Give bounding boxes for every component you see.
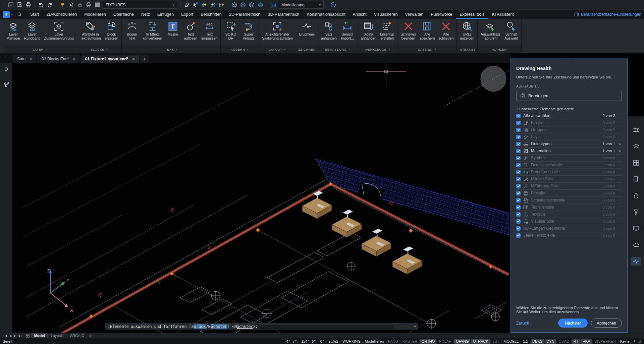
- filter-panel-icon[interactable]: [631, 208, 641, 216]
- purge-row-symbole[interactable]: Symbole0 von 0: [516, 155, 622, 162]
- isolate-objects-icon[interactable]: [200, 1, 208, 9]
- checkbox-checked-icon[interactable]: [516, 198, 521, 203]
- status-toggle-rt[interactable]: RT: [572, 339, 580, 344]
- materials-panel-icon[interactable]: [631, 191, 641, 200]
- view-shaded-icon[interactable]: [256, 1, 265, 9]
- new-tab-button[interactable]: +: [140, 55, 149, 63]
- ribbon-button-text-einpassen[interactable]: ABCText einpassen: [200, 20, 219, 46]
- sheets-panel-icon[interactable]: [631, 175, 641, 183]
- ribbon-group-label-ändern[interactable]: ÄNDERN∨: [221, 46, 259, 53]
- status-toggle-fang[interactable]: FANG: [386, 339, 400, 343]
- panel-drag-handle[interactable]: ·····: [516, 59, 622, 62]
- purge-row-leere-textobjekte[interactable]: Leere Textobjekte0 von 0: [516, 232, 622, 239]
- last-tab-icon[interactable]: ▶❘: [17, 334, 24, 337]
- menu-2d-konstruieren[interactable]: 2D-Konstruieren: [43, 10, 80, 19]
- checkbox-checked-icon[interactable]: [516, 184, 521, 188]
- layer-on-icon[interactable]: [58, 1, 67, 9]
- status-toggle-hka[interactable]: HKA: [581, 339, 592, 344]
- layout-tab-model[interactable]: Model: [31, 333, 48, 339]
- back-button[interactable]: Zurück: [516, 321, 529, 326]
- layer-dropdown[interactable]: FIXTURES ∨: [103, 1, 177, 9]
- checkbox-checked-icon[interactable]: [516, 163, 521, 167]
- ribbon-button-ansichtsfenster-skalierung-auflisten[interactable]: Ansichtsfenster Skalierung auflisten: [260, 20, 294, 46]
- checkbox-checked-icon[interactable]: [516, 149, 521, 153]
- checkbox-checked-icon[interactable]: [516, 212, 521, 217]
- document-tab-03-blocks-end[interactable]: 03 Blocks End*×: [37, 55, 79, 63]
- purge-row-visuelle-stile[interactable]: Visuelle Stile0 von 0: [516, 218, 622, 225]
- ui-settings-button[interactable]: Benutzeroberfläche-Einstellungen: [574, 12, 641, 17]
- end-isolation-icon[interactable]: [217, 1, 226, 9]
- purge-row-gruppen[interactable]: Gruppen0 von 0: [516, 126, 622, 133]
- close-icon[interactable]: ×: [132, 57, 135, 61]
- menu-netz[interactable]: Netz: [138, 10, 154, 19]
- cloud-panel-icon[interactable]: [631, 240, 641, 249]
- purge-row-null-längen-geometrie[interactable]: Null-Längen Geometrie0 von 0: [516, 225, 622, 232]
- drawing-canvas[interactable]: 20201624 ZYX :Elemente auswählen und for…: [12, 63, 511, 333]
- plot-icon[interactable]: [24, 1, 33, 9]
- lock-icon[interactable]: [76, 1, 84, 9]
- menu-einfügen[interactable]: Einfügen: [154, 10, 177, 19]
- ribbon-button-linientyp-erstellen[interactable]: Linientyp erstellen: [378, 20, 396, 46]
- ribbon-button-block-ersetzen[interactable]: Block ersetzen: [103, 20, 120, 46]
- ribbon-button-satz-anhängen[interactable]: Satz anhängen: [319, 20, 338, 46]
- chevron-down-icon[interactable]: ∨: [11, 13, 13, 16]
- checkbox-checked-icon[interactable]: [516, 191, 521, 195]
- command-line[interactable]: :Elemente auswählen und fortfahren [Zurü…: [105, 323, 418, 330]
- ribbon-button-bemstil-import[interactable]: Bemstil Import...: [339, 20, 356, 46]
- status-toggle-dbks[interactable]: DBKS: [531, 339, 544, 344]
- checkbox-checked-icon[interactable]: [516, 177, 521, 181]
- menu-3d-parametrisch[interactable]: 3D-Parametrisch: [264, 10, 303, 19]
- status-toggle-uisperren[interactable]: UISPERREN: [593, 339, 618, 343]
- help-icon[interactable]: ?: [329, 1, 337, 9]
- menu-punktwolke[interactable]: Punktwolke: [427, 10, 456, 19]
- blocks-panel-icon[interactable]: [631, 158, 641, 167]
- document-tab-01-fixture-layout-end[interactable]: 01 Fixture Layout end*×: [81, 55, 139, 63]
- select-similar-icon[interactable]: [191, 1, 200, 9]
- ribbon-button-bruchlinie[interactable]: Bruchlinie: [298, 20, 316, 46]
- status-toggle-dyn[interactable]: DYN: [545, 339, 556, 344]
- status-toggle-1-1[interactable]: 1:1: [521, 339, 530, 343]
- ribbon-button-schnell-auswahl[interactable]: Schnell Auswahl: [502, 20, 520, 46]
- properties-panel-icon[interactable]: [631, 125, 641, 134]
- cancel-button[interactable]: Abbrechen: [591, 319, 622, 328]
- document-tab-start[interactable]: Start×: [13, 55, 36, 63]
- ribbon-group-label-blöcke[interactable]: BLÖCKE∨: [77, 46, 122, 53]
- status-toggle-modell[interactable]: MODELL: [502, 339, 520, 343]
- close-icon[interactable]: ×: [30, 57, 32, 61]
- layers-panel-icon[interactable]: [631, 142, 641, 151]
- purge-row-tablellenstile[interactable]: Tablellenstile0 von 0: [516, 204, 622, 211]
- command-scrollbar[interactable]: [258, 325, 394, 329]
- ribbon-button-maske[interactable]: TMaske: [164, 20, 181, 46]
- command-expand-icon[interactable]: ▲: [414, 324, 416, 328]
- next-tab-icon[interactable]: ▶: [13, 334, 17, 337]
- save-icon[interactable]: [7, 1, 15, 9]
- first-tab-icon[interactable]: ❘◀: [1, 334, 8, 337]
- ribbon-button-attribute-in-text-auflösen[interactable]: Attribute in Text auflösen: [78, 20, 103, 46]
- checkbox-checked-icon[interactable]: [516, 128, 521, 132]
- ribbon-button-text-auflösen[interactable]: Text auflösen: [182, 20, 199, 46]
- menu-ki-assistent[interactable]: KI Assistent: [488, 10, 518, 19]
- layer-print-icon[interactable]: [85, 1, 93, 9]
- search-icon[interactable]: [17, 12, 22, 17]
- view-wireframe-icon[interactable]: [239, 1, 247, 9]
- purge-row-mlinien-stile[interactable]: Mlinien-Stile0 von 0: [516, 176, 622, 183]
- status-toggle-raster[interactable]: RASTER: [401, 339, 419, 343]
- status-toggle-lst[interactable]: LST: [491, 339, 501, 343]
- purge-task-button[interactable]: Bereinigen: [516, 91, 622, 101]
- ribbon-button-auswahlsatz-abrufen[interactable]: Auswahlsatz abrufen: [479, 20, 502, 46]
- ribbon-button-xdata-anhängen[interactable]: Xdata anhängen: [359, 20, 378, 46]
- hide-objects-icon[interactable]: [209, 1, 217, 9]
- ribbon-button-alle-speichern[interactable]: Alle speichern: [418, 20, 437, 46]
- view-box-icon[interactable]: [230, 1, 238, 9]
- menu-start[interactable]: Start: [26, 10, 43, 19]
- status-toggle-modellieren[interactable]: Modellieren: [363, 339, 386, 343]
- ribbon-button-super-versatz[interactable]: Super Versatz: [240, 20, 257, 46]
- chevron-down-icon[interactable]: ▼: [631, 340, 638, 343]
- checkbox-checked-icon[interactable]: [516, 156, 521, 160]
- ribbon-button-sc-ko-dr[interactable]: SC KO DR: [222, 20, 239, 46]
- ribbon-button-schnelles-beenden[interactable]: Schnelles beenden: [399, 20, 418, 46]
- navigation-ball[interactable]: [481, 66, 506, 92]
- brightness-icon[interactable]: [67, 1, 75, 9]
- chevron-up-icon[interactable]: ∧: [618, 149, 622, 153]
- ribbon-group-label-layout[interactable]: LAYOUT∨: [259, 46, 296, 53]
